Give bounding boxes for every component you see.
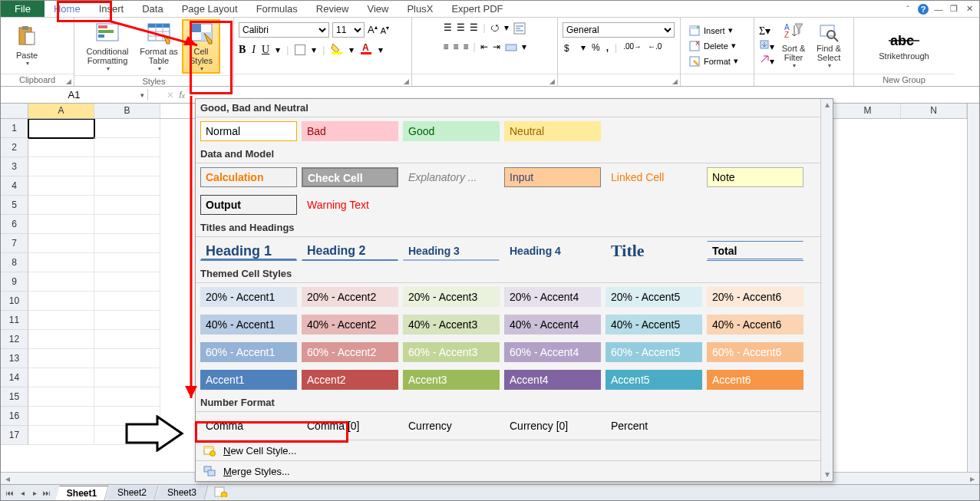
style-accent[interactable]: 20% - Accent1 [200,287,297,307]
style-check-cell[interactable]: Check Cell [302,167,398,187]
column-header[interactable]: A [28,104,94,118]
format-as-table-button[interactable]: Format as Table▾ [137,19,180,74]
style-accent[interactable]: 60% - Accent1 [200,342,297,362]
row-header[interactable]: 6 [1,215,28,234]
cell[interactable] [28,387,94,407]
cell[interactable] [94,234,160,253]
row-header[interactable]: 8 [1,253,28,272]
row-header[interactable]: 15 [1,387,28,407]
tab-view[interactable]: View [358,1,398,17]
style-good[interactable]: Good [403,121,500,141]
cell[interactable] [94,138,160,157]
alignment-dialog-launcher[interactable]: ◢ [549,77,555,85]
row-header[interactable]: 17 [1,426,28,445]
style-accent[interactable]: 60% - Accent5 [605,342,702,362]
style-normal[interactable]: Normal [200,121,297,141]
cell[interactable] [94,215,160,234]
style-title[interactable]: Title [605,241,702,261]
new-cell-style-menuitem[interactable]: New Cell Style... [196,440,833,460]
row-header[interactable]: 12 [1,330,28,349]
shrink-font-icon[interactable]: A▾ [381,25,389,35]
decrease-indent-icon[interactable]: ⇤ [480,41,488,56]
style-accent[interactable]: Accent5 [605,370,702,390]
cell[interactable] [94,176,160,196]
style-accent[interactable]: 20% - Accent6 [707,287,803,307]
cell-styles-button[interactable]: Cell Styles▾ [182,19,220,74]
style-input[interactable]: Input [504,167,601,187]
style-output[interactable]: Output [200,195,297,215]
increase-indent-icon[interactable]: ⇥ [493,41,500,56]
hscroll-left-icon[interactable]: ◂ [5,473,10,484]
style-percent[interactable]: Percent [605,416,702,436]
window-restore-icon[interactable]: ❐ [949,4,959,15]
font-name-select[interactable]: Calibri [239,22,329,38]
cell[interactable] [94,349,160,368]
style-calculation[interactable]: Calculation [200,167,297,187]
delete-cells-button[interactable]: ×Delete▾ [685,39,741,53]
increase-decimal-icon[interactable]: .00→ [623,42,642,57]
new-sheet-icon[interactable] [214,486,228,499]
row-header[interactable]: 4 [1,176,28,196]
grow-font-icon[interactable]: A▴ [368,24,378,35]
align-right-icon[interactable]: ≡ [463,41,468,56]
wrap-text-icon[interactable] [513,22,526,37]
style-explanatory[interactable]: Explanatory ... [403,167,500,187]
cell[interactable] [28,368,94,387]
cell[interactable] [94,387,160,407]
vertical-scrollbar[interactable] [967,104,979,472]
cell[interactable] [94,196,160,215]
cell[interactable] [28,349,94,368]
style-accent[interactable]: 60% - Accent2 [302,342,398,362]
row-header[interactable]: 11 [1,311,28,330]
name-box[interactable]: ▾ [1,89,148,101]
column-header[interactable]: B [94,104,160,118]
tab-formulas[interactable]: Formulas [247,1,307,17]
style-heading1[interactable]: Heading 1 [200,241,297,261]
style-accent[interactable]: Accent4 [504,370,601,390]
format-cells-button[interactable]: Format▾ [685,54,741,68]
font-size-select[interactable]: 11 [332,22,365,38]
style-bad[interactable]: Bad [302,121,398,141]
style-accent[interactable]: 60% - Accent4 [504,342,601,362]
gallery-scrollbar[interactable]: ▴ ▾ [820,99,833,481]
style-accent[interactable]: 20% - Accent4 [504,287,601,307]
cell[interactable] [28,407,94,426]
cell[interactable] [28,138,94,157]
row-header[interactable]: 16 [1,407,28,426]
number-dialog-launcher[interactable]: ◢ [672,77,678,85]
cell[interactable] [28,234,94,253]
style-accent[interactable]: 40% - Accent3 [403,315,500,335]
cell[interactable] [28,196,94,215]
find-select-button[interactable]: Find & Select▾ [813,21,845,71]
tab-home[interactable]: Home [45,1,90,17]
style-accent[interactable]: 40% - Accent6 [707,315,803,335]
style-accent[interactable]: 40% - Accent5 [605,315,702,335]
sheet-nav-first-icon[interactable]: ⏮ [4,489,16,497]
style-accent[interactable]: 40% - Accent4 [504,315,601,335]
decrease-decimal-icon[interactable]: ←.0 [648,42,662,57]
row-header[interactable]: 10 [1,292,28,311]
cell[interactable] [94,253,160,272]
border-button[interactable] [295,44,305,55]
font-dialog-launcher[interactable]: ◢ [404,77,409,85]
cell[interactable] [28,157,94,176]
style-currency[interactable]: Currency [403,416,500,436]
row-header[interactable]: 5 [1,196,28,215]
row-header[interactable]: 9 [1,272,28,292]
align-middle-icon[interactable]: ☰ [457,22,465,37]
style-heading3[interactable]: Heading 3 [403,241,500,261]
conditional-formatting-button[interactable]: Conditional Formatting▾ [79,19,136,74]
align-left-icon[interactable]: ≡ [443,41,448,56]
align-center-icon[interactable]: ≡ [453,41,458,56]
cell[interactable] [28,253,94,272]
row-header[interactable]: 7 [1,234,28,253]
hscroll-right-icon[interactable]: ▸ [970,473,975,484]
sheet-nav-last-icon[interactable]: ⏭ [41,489,53,497]
cell[interactable] [94,311,160,330]
style-total[interactable]: Total [707,241,803,261]
tab-plusx[interactable]: PlusX [398,1,442,17]
style-accent[interactable]: 60% - Accent3 [403,342,500,362]
style-accent[interactable]: Accent1 [200,370,297,390]
merge-center-icon[interactable] [505,41,517,56]
style-accent[interactable]: 20% - Accent5 [605,287,702,307]
